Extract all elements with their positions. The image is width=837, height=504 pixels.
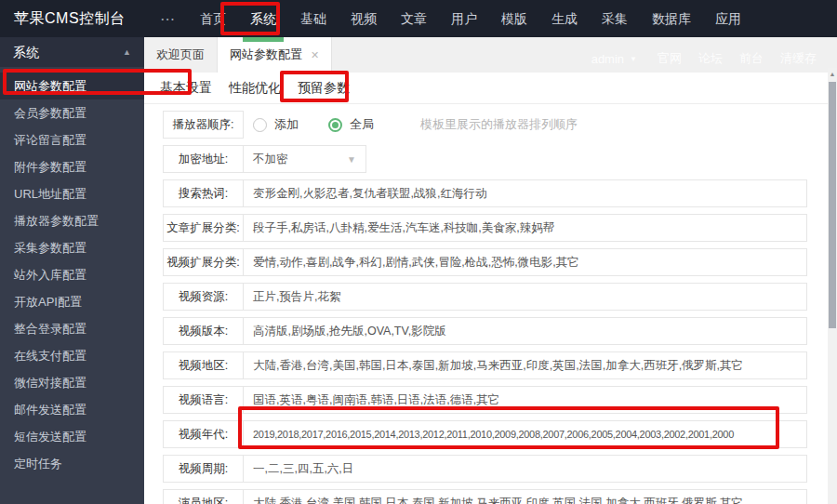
chevron-down-icon: ▼ (347, 154, 356, 165)
sidebar-item[interactable]: 网站参数配置 (0, 73, 144, 99)
text-input[interactable]: 大陆,香港,台湾,美国,韩国,日本,泰国,新加坡,马来西亚,印度,英国,法国,加… (243, 489, 807, 504)
subtab-bar: 基本设置性能优化预留参数 (144, 73, 828, 104)
field-hint: 模板里展示的播放器排列顺序 (420, 111, 578, 139)
sidebar-group-system[interactable]: 系统 ▲ (0, 37, 144, 67)
nav-item[interactable]: 应用 (706, 0, 751, 37)
radio-group: 添加 全局 模板里展示的播放器排列顺序 (253, 111, 578, 139)
field-label: 视频资源: (163, 283, 244, 311)
page-tab[interactable]: 欢迎页面 ✕ (144, 37, 218, 73)
sidebar-item[interactable]: 开放API配置 (0, 288, 144, 315)
form-row: 播放器顺序: 添加 全局 模板里展示的播放器排列顺序 ▼ (163, 111, 807, 139)
scrollbar[interactable]: ▲ (828, 68, 837, 504)
form-row: 视频地区: 大陆,香港,台湾,美国,韩国,日本,泰国,新加坡,马来西亚,印度,英… (163, 351, 807, 379)
subtab[interactable]: 性能优化 (220, 80, 289, 97)
form-row: 文章扩展分类: 段子手,私房话,八卦精,爱生活,汽车迷,科技咖,美食家,辣妈帮 … (163, 214, 807, 242)
field-label: 视频语言: (163, 386, 244, 414)
header-link[interactable]: 前台 (739, 51, 764, 65)
sidebar-item[interactable]: 采集参数配置 (0, 234, 144, 261)
header-link[interactable]: 官网 (658, 51, 682, 65)
scroll-up-icon[interactable]: ▲ (828, 68, 837, 80)
field-label: 视频版本: (163, 317, 244, 345)
page-tab[interactable]: 网站参数配置 ✕ (218, 37, 332, 73)
sidebar-item[interactable]: 邮件发送配置 (0, 396, 144, 423)
header-links: admin ▼ 官网论坛前台清缓存 (591, 50, 817, 67)
sidebar-menu: 网站参数配置会员参数配置评论留言配置附件参数配置URL地址配置播放器参数配置采集… (0, 67, 144, 477)
select-value: 不加密 (253, 152, 288, 167)
text-input[interactable]: 2019,2018,2017,2016,2015,2014,2013,2012,… (243, 420, 807, 448)
field-label: 视频年代: (163, 420, 244, 448)
field-label: 视频周期: (163, 455, 244, 483)
header-link[interactable]: 清缓存 (780, 51, 817, 65)
nav-item[interactable]: 采集 (592, 0, 637, 37)
text-input[interactable]: 高清版,剧场版,抢先版,OVA,TV,影院版 (243, 317, 807, 345)
select-input[interactable]: 不加密 ▼ (243, 145, 366, 173)
text-input[interactable]: 变形金刚,火影忍者,复仇者联盟,战狼,红海行动 (243, 179, 807, 207)
form-row: 搜索热词: 变形金刚,火影忍者,复仇者联盟,战狼,红海行动 ▼ 变形金刚,火影忍… (163, 179, 807, 207)
text-input[interactable]: 大陆,香港,台湾,美国,韩国,日本,泰国,新加坡,马来西亚,印度,英国,法国,加… (243, 351, 807, 379)
nav-item[interactable]: 数据库 (643, 0, 700, 37)
text-input[interactable]: 爱情,动作,喜剧,战争,科幻,剧情,武侠,冒险,枪战,恐怖,微电影,其它 (243, 248, 807, 276)
nav-item[interactable]: 用户 (442, 0, 486, 37)
sidebar-item[interactable]: 定时任务 (0, 450, 144, 477)
sidebar: 系统 ▲ 网站参数配置会员参数配置评论留言配置附件参数配置URL地址配置播放器参… (0, 37, 144, 504)
collapse-up-icon: ▲ (123, 37, 131, 67)
field-label: 视频地区: (163, 351, 244, 379)
text-input[interactable]: 段子手,私房话,八卦精,爱生活,汽车迷,科技咖,美食家,辣妈帮 (243, 214, 807, 242)
sidebar-item[interactable]: 微信对接配置 (0, 369, 144, 396)
nav-item[interactable]: 首页 (191, 0, 235, 37)
text-input[interactable]: 一,二,三,四,五,六,日 (243, 455, 807, 483)
settings-form: 播放器顺序: 添加 全局 模板里展示的播放器排列顺序 ▼ 加密地址: (144, 104, 828, 504)
radio-option[interactable]: 添加 (253, 116, 299, 133)
settings-panel: 基本设置性能优化预留参数 播放器顺序: 添加 全局 模板里展示的播放器排列顺序 … (144, 73, 828, 504)
text-input[interactable]: 国语,英语,粤语,闽南语,韩语,日语,法语,德语,其它 (243, 386, 807, 414)
top-navbar: 苹果CMS控制台 ⋯ 首页系统基础视频文章用户模版生成采集数据库应用 (0, 0, 837, 37)
radio-option[interactable]: 全局 (328, 116, 374, 133)
close-icon[interactable]: ✕ (311, 49, 319, 61)
more-icon[interactable]: ⋯ (147, 10, 188, 28)
field-label: 文章扩展分类: (163, 214, 244, 242)
scrollbar-thumb[interactable] (829, 82, 836, 328)
text-input[interactable]: 正片,预告片,花絮 (243, 283, 807, 311)
header-link-list: 官网论坛前台清缓存 (641, 50, 817, 67)
user-menu[interactable]: admin (591, 52, 624, 66)
sidebar-item[interactable]: 在线支付配置 (0, 342, 144, 369)
tab-label: 欢迎页面 (156, 46, 205, 63)
radio-label: 全局 (350, 116, 374, 133)
header-link[interactable]: 论坛 (698, 51, 723, 65)
nav-item[interactable]: 基础 (291, 0, 336, 37)
radio-icon[interactable] (328, 118, 342, 132)
form-row: 加密地址: 不加密 ▼ 不加密 (163, 145, 807, 173)
nav-item[interactable]: 文章 (392, 0, 436, 37)
subtab[interactable]: 基本设置 (152, 80, 220, 97)
nav-item[interactable]: 系统 (241, 0, 286, 37)
form-row: 视频年代: 2019,2018,2017,2016,2015,2014,2013… (163, 420, 807, 448)
radio-label: 添加 (274, 116, 299, 133)
tab-label: 网站参数配置 (230, 46, 302, 63)
nav-item[interactable]: 模版 (492, 0, 537, 37)
field-label: 播放器顺序: (163, 111, 244, 139)
sidebar-item[interactable]: 播放器参数配置 (0, 207, 144, 234)
nav-item[interactable]: 生成 (542, 0, 587, 37)
form-row: 视频语言: 国语,英语,粤语,闽南语,韩语,日语,法语,德语,其它 ▼ 国语,英… (163, 386, 807, 414)
form-row: 视频周期: 一,二,三,四,五,六,日 ▼ 一,二,三,四,五,六,日 (163, 455, 807, 483)
form-row: 视频版本: 高清版,剧场版,抢先版,OVA,TV,影院版 ▼ 高清版,剧场版,抢… (163, 317, 807, 345)
sidebar-item[interactable]: 会员参数配置 (0, 99, 144, 126)
sidebar-group-label: 系统 (13, 37, 39, 67)
sidebar-item[interactable]: 短信发送配置 (0, 423, 144, 450)
form-row: 演员地区: 大陆,香港,台湾,美国,韩国,日本,泰国,新加坡,马来西亚,印度,英… (163, 489, 807, 504)
form-row: 视频扩展分类: 爱情,动作,喜剧,战争,科幻,剧情,武侠,冒险,枪战,恐怖,微电… (163, 248, 807, 276)
sidebar-item[interactable]: 评论留言配置 (0, 126, 144, 153)
sidebar-item[interactable]: 整合登录配置 (0, 315, 144, 342)
app-title: 苹果CMS控制台 (0, 9, 147, 29)
sidebar-item[interactable]: 附件参数配置 (0, 153, 144, 180)
nav-item[interactable]: 视频 (341, 0, 386, 37)
sidebar-item[interactable]: URL地址配置 (0, 180, 144, 207)
form-row: 视频资源: 正片,预告片,花絮 ▼ 正片,预告片,花絮 (163, 283, 807, 311)
caret-down-icon: ▼ (630, 55, 637, 63)
field-label: 搜索热词: (163, 179, 244, 207)
radio-icon[interactable] (253, 118, 267, 132)
sidebar-item[interactable]: 站外入库配置 (0, 261, 144, 288)
subtab[interactable]: 预留参数 (289, 80, 358, 97)
field-label: 视频扩展分类: (163, 248, 244, 276)
content-area: 欢迎页面 ✕ 网站参数配置 ✕ admin ▼ 官网论坛前台清缓存 基本设置性能… (144, 37, 837, 504)
